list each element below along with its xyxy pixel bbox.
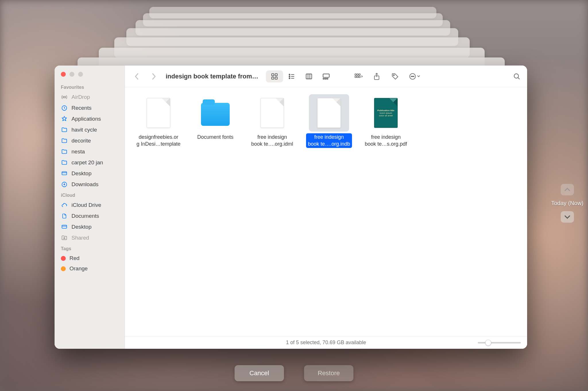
sidebar-item-decorite[interactable]: decorite [55, 135, 125, 146]
file-thumbnail [195, 94, 235, 132]
icon-size-slider[interactable] [478, 342, 521, 343]
svg-rect-17 [327, 78, 328, 79]
svg-rect-8 [272, 77, 274, 79]
file-name: designfreebies.org InDesi…template [135, 133, 182, 148]
status-bar: 1 of 5 selected, 70.69 GB available [125, 336, 527, 349]
sidebar-item-label: Red [69, 255, 80, 261]
view-list-button[interactable] [283, 70, 300, 82]
svg-rect-20 [359, 74, 360, 75]
generic-file-icon [260, 98, 284, 128]
pdf-file-icon: Publication title lorem ipsum dolor sit … [374, 98, 398, 128]
sidebar-item-nesta[interactable]: nesta [55, 146, 125, 157]
sidebar-item-label: Documents [71, 213, 99, 219]
sidebar-item-label: Desktop [71, 170, 92, 177]
sidebar-item-icloud-drive[interactable]: iCloud Drive [55, 200, 125, 211]
file-item[interactable]: Publication title lorem ipsum dolor sit … [357, 94, 414, 336]
sidebar-item-label: Orange [69, 265, 88, 272]
sidebar-item-label: Applications [71, 116, 101, 122]
sidebar: Favourites AirDrop Recents Applications … [55, 66, 125, 349]
svg-point-11 [289, 76, 290, 77]
file-thumbnail [138, 94, 179, 132]
sidebar-tag-red[interactable]: Red [55, 253, 125, 263]
sidebar-item-applications[interactable]: Applications [55, 113, 125, 124]
window-title: indesign book template from… [166, 73, 258, 80]
folder-icon [201, 103, 230, 126]
nav-back-button[interactable] [132, 72, 142, 81]
fullscreen-window-button[interactable] [78, 72, 83, 77]
sidebar-item-label: decorite [71, 138, 91, 144]
share-button[interactable] [372, 72, 381, 81]
file-name: free indesignbook te….org.indb [306, 133, 352, 148]
svg-rect-6 [272, 74, 274, 76]
timemachine-newer-button[interactable] [561, 211, 574, 223]
sidebar-tag-orange[interactable]: Orange [55, 263, 125, 274]
sidebar-item-label: Shared [71, 235, 89, 241]
view-icons-button[interactable] [266, 70, 283, 82]
file-item[interactable]: Document fonts [187, 94, 244, 336]
sidebar-item-documents[interactable]: Documents [55, 211, 125, 221]
window-controls [55, 69, 125, 82]
desktop-icon [61, 224, 68, 230]
actions-menu-button[interactable] [409, 72, 420, 81]
sidebar-item-desktop[interactable]: Desktop [55, 168, 125, 179]
view-columns-button[interactable] [300, 70, 318, 82]
file-grid[interactable]: designfreebies.org InDesi…template Docum… [125, 87, 527, 336]
sidebar-item-carpet-20-jan[interactable]: carpet 20 jan [55, 157, 125, 168]
svg-point-5 [64, 237, 65, 238]
svg-point-29 [413, 76, 414, 77]
applications-icon [61, 115, 68, 122]
svg-rect-14 [323, 74, 329, 77]
file-item[interactable]: designfreebies.org InDesi…template [130, 94, 187, 336]
toolbar: indesign book template from… [125, 66, 527, 87]
svg-rect-21 [355, 76, 356, 78]
tag-dot-red-icon [61, 256, 66, 261]
sidebar-item-downloads[interactable]: Downloads [55, 179, 125, 190]
sidebar-item-shared[interactable]: Shared [55, 232, 125, 243]
generic-file-icon [147, 98, 170, 128]
status-text: 1 of 5 selected, 70.69 GB available [286, 340, 366, 346]
group-by-button[interactable] [354, 72, 363, 81]
main-pane: indesign book template from… [125, 66, 527, 349]
cancel-button[interactable]: Cancel [235, 365, 284, 381]
sidebar-item-airdrop[interactable]: AirDrop [55, 92, 125, 103]
svg-rect-18 [355, 74, 356, 75]
file-thumbnail [309, 94, 349, 132]
download-icon [61, 181, 68, 188]
folder-icon [61, 137, 68, 144]
svg-point-27 [411, 76, 412, 77]
svg-point-25 [393, 74, 394, 75]
svg-rect-16 [325, 78, 326, 79]
svg-rect-4 [62, 225, 67, 228]
folder-icon [61, 148, 68, 155]
cloud-icon [61, 202, 68, 209]
svg-rect-2 [62, 172, 67, 175]
svg-point-12 [289, 78, 290, 78]
tags-button[interactable] [390, 72, 400, 81]
sidebar-item-havit-cycle[interactable]: havit cycle [55, 124, 125, 135]
slider-knob[interactable] [485, 340, 491, 346]
svg-point-10 [289, 74, 290, 75]
file-thumbnail [252, 94, 292, 132]
restore-button[interactable]: Restore [304, 365, 353, 381]
view-gallery-button[interactable] [318, 70, 335, 82]
sidebar-section-favourites: Favourites [55, 82, 125, 92]
file-item-selected[interactable]: free indesignbook te….org.indb [301, 94, 357, 336]
timemachine-controls: Today (Now) [551, 184, 583, 223]
nav-forward-button[interactable] [149, 72, 158, 81]
svg-rect-9 [275, 77, 277, 79]
sidebar-item-desktop-icloud[interactable]: Desktop [55, 221, 125, 232]
svg-rect-7 [275, 74, 277, 76]
search-button[interactable] [512, 72, 521, 81]
timemachine-timestamp: Today (Now) [551, 200, 583, 207]
sidebar-item-recents[interactable]: Recents [55, 103, 125, 113]
close-window-button[interactable] [61, 72, 66, 77]
minimize-window-button[interactable] [69, 72, 74, 77]
file-item[interactable]: free indesignbook te….org.idml [244, 94, 301, 336]
sidebar-item-label: carpet 20 jan [71, 159, 103, 166]
svg-point-30 [514, 74, 519, 78]
shared-folder-icon [61, 234, 68, 241]
timemachine-older-button[interactable] [561, 184, 574, 195]
tag-dot-orange-icon [61, 266, 66, 271]
finder-window: Favourites AirDrop Recents Applications … [55, 66, 527, 349]
sidebar-section-icloud: iCloud [55, 190, 125, 200]
